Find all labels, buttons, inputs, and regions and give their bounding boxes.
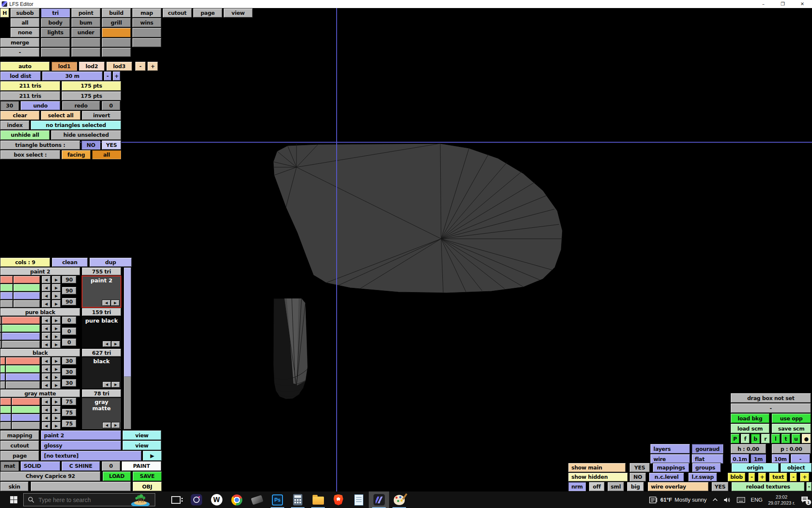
nrm-big[interactable]: big (627, 482, 644, 491)
slider-red-step-up[interactable]: ▶ (52, 316, 61, 324)
menu-h[interactable]: H (0, 8, 9, 18)
mapping-value[interactable]: paint 2 (41, 430, 121, 440)
action-center-button[interactable]: 1 (801, 496, 809, 503)
slider-blue-step-down[interactable]: ◀ (41, 373, 51, 381)
app-notepad[interactable] (348, 491, 369, 508)
app-chrome[interactable] (227, 491, 247, 508)
mapping-view-button[interactable]: view (122, 430, 162, 440)
triangle-buttons-no[interactable]: NO (81, 140, 101, 150)
app-paint[interactable] (389, 491, 409, 508)
slider-red-step-down[interactable]: ◀ (41, 276, 51, 284)
object-button[interactable]: object (780, 463, 812, 472)
slider-blue-step-down[interactable]: ◀ (41, 292, 51, 300)
collapse-slot[interactable] (102, 47, 131, 57)
materials-scrollbar[interactable] (123, 267, 132, 430)
clock[interactable]: 23:02 29.07.2023 г. (768, 494, 795, 506)
app-calculator[interactable] (288, 491, 308, 508)
slider-green-step-down[interactable]: ◀ (41, 406, 51, 414)
slider-red-step-down[interactable]: ◀ (41, 398, 51, 406)
mat-cshine-button[interactable]: C SHINE (61, 461, 100, 471)
lod-3[interactable]: lod3 (106, 61, 132, 71)
merge-slot[interactable] (71, 38, 101, 47)
page-next-button[interactable]: ▶ (143, 450, 162, 461)
slider-gray-track[interactable] (11, 422, 40, 430)
load-button[interactable]: LOAD (102, 471, 131, 481)
view-top[interactable]: t (781, 433, 790, 444)
reload-textures-button[interactable]: reload textures (731, 482, 805, 491)
save-scm-button[interactable]: save scm (771, 423, 811, 433)
nrm-sml[interactable]: sml (607, 482, 624, 491)
slider-red-step-up[interactable]: ▶ (52, 398, 61, 406)
slider-green-track[interactable] (11, 406, 40, 414)
filter-body[interactable]: body (41, 18, 70, 28)
slider-gray-step-up[interactable]: ▶ (52, 381, 61, 389)
tray-expand-button[interactable] (712, 498, 718, 502)
slider-red-step-up[interactable]: ▶ (52, 357, 61, 365)
collapse-slot[interactable] (71, 47, 101, 57)
menu-tri[interactable]: tri (41, 8, 70, 18)
show-hidden-toggle[interactable]: NO (629, 472, 646, 482)
filter-all[interactable]: all (10, 18, 40, 28)
material-swatch[interactable]: black◀▶ (82, 357, 121, 389)
slider-red-left[interactable] (0, 398, 11, 406)
origin-button[interactable]: origin (731, 463, 779, 472)
slider-green-step-up[interactable]: ▶ (52, 365, 61, 373)
slider-blue-step-up[interactable]: ▶ (52, 332, 61, 340)
slider-blue-track[interactable] (13, 292, 40, 300)
undo-button[interactable]: undo (20, 101, 60, 110)
text-minus[interactable]: - (790, 472, 797, 482)
text-button[interactable]: text (769, 472, 787, 482)
search-box[interactable] (23, 493, 155, 506)
wire-overlay-toggle[interactable]: YES (711, 482, 729, 491)
slider-green-step-down[interactable]: ◀ (41, 365, 51, 373)
merge-slot[interactable] (132, 38, 162, 47)
text-plus[interactable]: + (800, 472, 809, 482)
slider-gray-left[interactable] (0, 381, 5, 389)
filter-grill[interactable]: grill (102, 18, 131, 28)
slider-gray-step-down[interactable]: ◀ (41, 340, 51, 348)
filter-bum[interactable]: bum (71, 18, 101, 28)
material-swatch[interactable]: paint 2◀▶ (82, 276, 121, 308)
menu-page[interactable]: page (193, 8, 222, 18)
filter-lights[interactable]: lights (41, 28, 70, 37)
start-button[interactable] (5, 494, 22, 506)
materials-scrollbar-thumb[interactable] (124, 268, 131, 377)
slider-green-track[interactable] (13, 284, 40, 292)
load-scm-button[interactable]: load scm (730, 423, 770, 433)
slider-green-left[interactable] (0, 284, 13, 292)
show-main-toggle[interactable]: YES (629, 463, 650, 472)
invert-button[interactable]: invert (82, 110, 121, 120)
cols-count-button[interactable]: cols : 9 (0, 257, 50, 267)
lod-dist-plus[interactable]: + (112, 71, 121, 81)
slider-red-left[interactable] (0, 276, 13, 284)
slider-red-left[interactable] (0, 357, 5, 365)
nrm-button[interactable]: nrm (568, 482, 586, 491)
mat-solid-button[interactable]: SOLID (20, 461, 60, 471)
swatch-next-button[interactable]: ▶ (111, 341, 120, 347)
material-name-button[interactable]: pure black (0, 308, 80, 316)
menu-subob[interactable]: subob (10, 8, 40, 18)
menu-map[interactable]: map (132, 8, 162, 18)
menu-build[interactable]: build (102, 8, 131, 18)
slider-gray-track[interactable] (2, 340, 40, 348)
menu-view[interactable]: view (223, 8, 253, 18)
slider-gray-left[interactable] (0, 300, 13, 308)
task-view-button[interactable] (166, 491, 186, 508)
drag-box-clear[interactable]: - (730, 403, 811, 413)
slider-gray-step-up[interactable]: ▶ (52, 300, 61, 308)
menu-point[interactable]: point (71, 8, 101, 18)
filter-slot[interactable] (132, 28, 162, 37)
material-name-button[interactable]: black (0, 348, 80, 357)
slider-blue-left[interactable] (0, 414, 11, 422)
swatch-prev-button[interactable]: ◀ (102, 422, 111, 428)
app-graphics-tablet[interactable] (247, 491, 267, 508)
nrm-off[interactable]: off (589, 482, 605, 491)
app-file-explorer[interactable] (308, 491, 328, 508)
gouraud-button[interactable]: gouraud (691, 444, 724, 454)
clean-button[interactable]: clean (52, 257, 88, 267)
filter-none[interactable]: none (10, 28, 40, 37)
swatch-next-button[interactable]: ▶ (111, 381, 120, 388)
touch-keyboard-button[interactable] (737, 497, 745, 503)
filter-wins[interactable]: wins (132, 18, 162, 28)
maximize-button[interactable]: ❐ (773, 0, 793, 8)
